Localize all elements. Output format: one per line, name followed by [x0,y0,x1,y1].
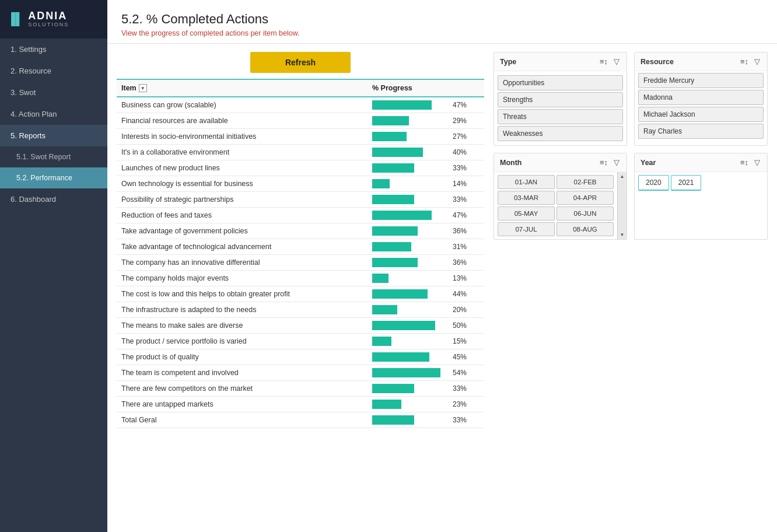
year-grid: 20202021 [635,172,767,194]
table-cell-item: Interests in socio-environmental initiat… [117,129,368,145]
month-filter-item[interactable]: 08-AUG [556,222,614,236]
table-cell-item: The company has an innovative differenti… [117,255,368,271]
table-cell-progress: 40% [368,145,484,160]
sidebar-item-action-plan[interactable]: 4. Action Plan [0,103,107,125]
year-filter-title: Year [640,159,656,167]
table-cell-progress: 14% [368,176,484,192]
data-table: Item ▼ % Progress Business can grow (sca… [117,79,484,428]
type-filter-item[interactable]: Strengths [498,92,623,107]
month-filter-item[interactable]: 04-APR [556,191,614,205]
table-scroll[interactable]: Item ▼ % Progress Business can grow (sca… [117,79,484,524]
page-subtitle: View the progress of completed actions p… [121,29,763,37]
sidebar-item-swot-report[interactable]: 5.1. Swot Report [0,146,107,167]
table-row: The company has an innovative differenti… [117,255,484,271]
type-filter-header: Type ≡↕ ▽ [494,52,626,71]
type-filter-icon[interactable]: ▽ [612,56,621,67]
sidebar-item-settings[interactable]: 1. Settings [0,38,107,60]
year-filter-item[interactable]: 2020 [638,175,669,191]
table-cell-item: Own technology is essential for business [117,176,368,192]
table-cell-item: Possibility of strategic partnerships [117,192,368,208]
month-sort-icon[interactable]: ≡↕ [598,157,609,168]
content-area: Refresh Item ▼ % Progress [107,44,777,532]
table-row: The cost is low and this helps to obtain… [117,286,484,302]
sidebar-item-resource[interactable]: 2. Resource [0,60,107,82]
type-filter-item[interactable]: Threats [498,109,623,124]
table-cell-item: There are untapped markets [117,397,368,412]
sidebar-item-performance[interactable]: 5.2. Performance [0,167,107,188]
table-row: Reduction of fees and taxes 47% [117,208,484,223]
resource-sort-icon[interactable]: ≡↕ [739,56,750,67]
sidebar-item-reports[interactable]: 5. Reports [0,125,107,146]
logo-icon: ▐▌ [7,12,23,26]
table-row: Possibility of strategic partnerships 33… [117,192,484,208]
resource-filter-icon[interactable]: ▽ [753,56,761,67]
table-cell-progress: 15% [368,334,484,349]
table-cell-item: The product is of quality [117,349,368,365]
table-body: Business can grow (scalable) 47% Financi… [117,97,484,428]
table-row: There are few competitors on the market … [117,381,484,397]
table-row: Take advantage of technological advancem… [117,239,484,255]
table-cell-item: It's in a collaborative environment [117,145,368,160]
month-filter-title: Month [500,159,522,167]
month-filter-icon[interactable]: ▽ [612,157,621,168]
type-filter-icons: ≡↕ ▽ [598,56,621,67]
month-filter-item[interactable]: 01-JAN [498,175,555,189]
col-item-header: Item ▼ [117,79,368,97]
table-cell-item: Take advantage of government policies [117,223,368,239]
month-filter-item[interactable]: 03-MAR [498,191,555,205]
resource-filter-item[interactable]: Freddie Mercury [638,73,764,88]
refresh-button[interactable]: Refresh [250,52,351,73]
col-progress-header: % Progress [368,79,484,97]
month-scroll-area: 01-JAN02-FEB03-MAR04-APR05-MAY06-JUN07-J… [494,172,626,239]
table-row: Own technology is essential for business… [117,176,484,192]
month-filter-item[interactable]: 02-FEB [556,175,614,189]
resource-filter-header: Resource ≡↕ ▽ [635,52,767,71]
month-scroll-down[interactable] [619,231,626,239]
table-row: The product / service portfolio is varie… [117,334,484,349]
sidebar: ▐▌ ADNIA SOLUTIONS 1. Settings2. Resourc… [0,0,107,532]
resource-filter-item[interactable]: Michael Jackson [638,107,764,122]
type-filter-title: Type [500,58,516,66]
sidebar-item-dashboard[interactable]: 6. Dashboard [0,188,107,210]
resource-filter-group: Resource ≡↕ ▽ Freddie MercuryMadonnaMich… [634,52,768,146]
year-filter-item[interactable]: 2021 [671,175,702,191]
brand-sub: SOLUTIONS [28,22,69,28]
month-filter-icons: ≡↕ ▽ [598,157,621,168]
table-cell-progress: 33% [368,192,484,208]
table-row: Total Geral 33% [117,412,484,428]
resource-filter-list[interactable]: Freddie MercuryMadonnaMichael JacksonRay… [635,71,767,141]
table-cell-progress: 31% [368,239,484,255]
year-sort-icon[interactable]: ≡↕ [739,157,750,168]
logo-text: ADNIA SOLUTIONS [28,10,69,28]
table-cell-progress: 50% [368,318,484,334]
resource-filter-item[interactable]: Madonna [638,90,764,105]
sidebar-item-swot[interactable]: 3. Swot [0,82,107,103]
table-cell-progress: 36% [368,223,484,239]
table-row: The product is of quality 45% [117,349,484,365]
resource-filter-icons: ≡↕ ▽ [739,56,761,67]
table-cell-progress: 13% [368,271,484,286]
type-sort-icon[interactable]: ≡↕ [598,56,609,67]
table-cell-item: The team is competent and involved [117,365,368,381]
table-cell-progress: 20% [368,302,484,318]
table-cell-progress: 27% [368,129,484,145]
table-cell-progress: 47% [368,97,484,113]
month-scroll-up[interactable] [619,173,626,180]
resource-filter-item[interactable]: Ray Charles [638,124,764,139]
table-cell-progress: 44% [368,286,484,302]
month-filter-item[interactable]: 06-JUN [556,206,614,220]
table-cell-progress: 23% [368,397,484,412]
type-filter-item[interactable]: Weaknesses [498,126,623,141]
table-row: The means to make sales are diverse 50% [117,318,484,334]
type-filter-item[interactable]: Opportunities [498,75,623,90]
table-cell-item: Business can grow (scalable) [117,97,368,113]
main-content: 5.2. % Completed Actions View the progre… [107,0,777,532]
year-filter-icon[interactable]: ▽ [753,157,761,168]
filter-section: Type ≡↕ ▽ OpportunitiesStrengthsThreatsW… [494,52,768,524]
month-filter-item[interactable]: 05-MAY [498,206,555,220]
item-sort-icon[interactable]: ▼ [139,84,147,92]
month-filter-item[interactable]: 07-JUL [498,222,555,236]
page-header: 5.2. % Completed Actions View the progre… [107,0,777,44]
table-row: The team is competent and involved 54% [117,365,484,381]
table-cell-progress: 36% [368,255,484,271]
